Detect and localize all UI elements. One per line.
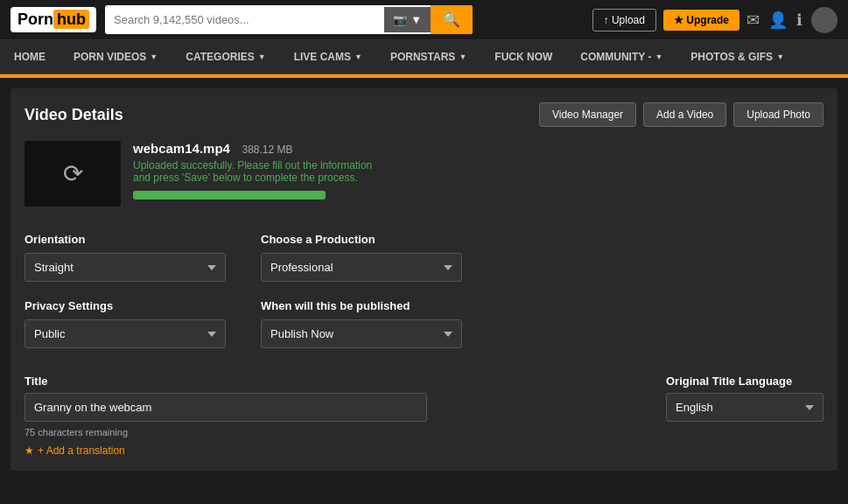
nav-categories[interactable]: CATEGORIES ▼ — [172, 40, 279, 74]
title-group: Title 75 characters remaining — [25, 374, 648, 438]
header: Pornhub 📷 ▼ 🔍 ↑ Upload ★ Upgrade ✉ 👤 ℹ — [0, 0, 848, 40]
add-video-button[interactable]: Add a Video — [643, 102, 726, 127]
search-bar: 📷 ▼ 🔍 — [105, 5, 473, 34]
progress-bar-fill — [133, 191, 326, 200]
upload-button[interactable]: ↑ Upload — [592, 9, 656, 32]
form-section: Orientation Straight Gay Transgender Cho… — [25, 224, 823, 357]
nav-porn-videos[interactable]: PORN VIDEOS ▼ — [60, 40, 172, 74]
file-name: webcam14.mp4 — [133, 141, 230, 156]
upgrade-button[interactable]: ★ Upgrade — [663, 10, 739, 31]
community-arrow: ▼ — [655, 52, 662, 61]
production-group: Choose a Production Professional Amateur — [261, 233, 462, 282]
nav-community[interactable]: cOMMUNity - ▼ — [566, 40, 676, 74]
header-icons: ✉ 👤 ℹ — [746, 7, 837, 33]
cam-arrow: ▼ — [410, 13, 422, 26]
progress-bar-background — [133, 191, 326, 200]
add-translation-label: + Add a translation — [38, 444, 125, 457]
nav-live-cams[interactable]: LIVE CAMS ▼ — [280, 40, 376, 74]
title-section: Title 75 characters remaining Original T… — [25, 374, 823, 457]
language-select[interactable]: English French Spanish German — [666, 393, 823, 422]
publish-group: When will this be published Publish Now … — [261, 299, 462, 348]
title-input[interactable] — [25, 393, 427, 422]
nav-home[interactable]: HOME — [0, 40, 60, 74]
production-select[interactable]: Professional Amateur — [261, 253, 462, 282]
video-details-title: Video Details — [25, 106, 123, 124]
categories-arrow: ▼ — [258, 52, 266, 61]
search-button[interactable]: 🔍 — [431, 5, 473, 34]
privacy-group: Privacy Settings Public Private Unlisted — [25, 299, 226, 348]
video-manager-button[interactable]: Video Manager — [539, 102, 636, 127]
orientation-group: Orientation Straight Gay Transgender — [25, 233, 226, 282]
char-count: 75 characters remaining — [25, 427, 648, 438]
header-buttons: Video Manager Add a Video Upload Photo — [539, 102, 823, 127]
header-actions: ↑ Upload ★ Upgrade ✉ 👤 ℹ — [592, 7, 837, 33]
publish-label: When will this be published — [261, 299, 462, 312]
file-details: webcam14.mp4 388.12 MB Uploaded succesfu… — [133, 141, 823, 200]
search-icon: 🔍 — [443, 12, 460, 27]
production-label: Choose a Production — [261, 233, 462, 246]
camera-filter-button[interactable]: 📷 ▼ — [384, 7, 431, 32]
video-details-header: Video Details Video Manager Add a Video … — [25, 102, 823, 127]
photos-arrow: ▼ — [776, 52, 784, 61]
main-nav: HOME PORN VIDEOS ▼ CATEGORIES ▼ LIVE CAM… — [0, 40, 848, 74]
user-icon[interactable]: 👤 — [768, 10, 788, 30]
upload-success-message: Uploaded succesfully. Please fill out th… — [133, 159, 823, 184]
info-icon[interactable]: ℹ — [796, 10, 802, 30]
nav-pornstars[interactable]: PORNSTARS ▼ — [376, 40, 480, 74]
video-details-panel: Video Details Video Manager Add a Video … — [11, 88, 837, 471]
search-input[interactable] — [105, 7, 384, 32]
language-label: Original Title Language — [666, 374, 823, 388]
title-row: Title 75 characters remaining Original T… — [25, 374, 823, 438]
logo[interactable]: Pornhub — [11, 7, 96, 32]
nav-fuck-now[interactable]: FUCK NOW — [480, 40, 566, 74]
file-info: ⟳ webcam14.mp4 388.12 MB Uploaded succes… — [25, 141, 823, 206]
title-label: Title — [25, 374, 648, 388]
nav-photos-gifs[interactable]: PHOTOS & GIFS ▼ — [676, 40, 798, 74]
logo-hub: hub — [53, 10, 89, 29]
orientation-select[interactable]: Straight Gay Transgender — [25, 253, 226, 282]
file-name-row: webcam14.mp4 388.12 MB — [133, 141, 823, 156]
publish-select[interactable]: Publish Now Schedule — [261, 319, 462, 348]
language-group: Original Title Language English French S… — [666, 374, 823, 422]
porn-videos-arrow: ▼ — [150, 52, 158, 61]
orientation-label: Orientation — [25, 233, 226, 246]
privacy-label: Privacy Settings — [25, 299, 226, 312]
video-thumbnail: ⟳ — [25, 141, 121, 206]
loading-icon: ⟳ — [63, 159, 83, 188]
orange-accent-bar — [0, 74, 848, 78]
star-icon: ★ — [25, 444, 34, 457]
pornstars-arrow: ▼ — [459, 52, 466, 61]
upload-photo-button[interactable]: Upload Photo — [733, 102, 823, 127]
avatar[interactable] — [811, 7, 837, 33]
privacy-select[interactable]: Public Private Unlisted — [25, 319, 226, 348]
messages-icon[interactable]: ✉ — [746, 10, 760, 30]
add-translation-link[interactable]: ★ + Add a translation — [25, 444, 823, 457]
file-size: 388.12 MB — [242, 144, 293, 156]
camera-icon: 📷 — [393, 13, 407, 26]
live-cams-arrow: ▼ — [354, 52, 362, 61]
